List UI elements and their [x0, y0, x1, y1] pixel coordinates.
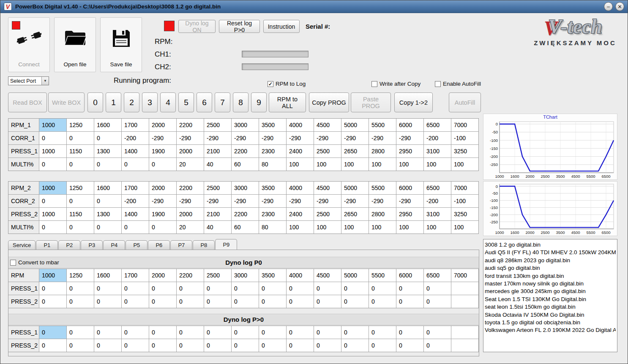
table-cell[interactable]: 40 — [204, 221, 231, 234]
file-list-item[interactable]: Seat Leon 1.5 TSI 130KM Go Digital.bin — [485, 296, 616, 303]
table-cell[interactable]: -290 — [204, 195, 231, 207]
table-cell[interactable]: 2100 — [204, 208, 231, 220]
table-cell[interactable]: 1250 — [67, 269, 94, 282]
table-cell[interactable]: 2200 — [177, 269, 204, 282]
table-cell[interactable]: 0 — [341, 282, 369, 295]
table-cell[interactable]: 2500 — [204, 269, 231, 282]
table-cell[interactable]: 6500 — [424, 182, 451, 194]
table-cell[interactable]: -290 — [314, 132, 341, 144]
table-cell[interactable]: 4000 — [287, 269, 314, 282]
table-cell[interactable]: 0 — [204, 282, 231, 295]
table-cell[interactable]: 0 — [149, 339, 176, 352]
table-cell[interactable]: 0 — [94, 158, 121, 171]
table-cell[interactable]: 0 — [149, 221, 176, 234]
save-file-button[interactable]: Save file — [100, 17, 142, 72]
table-cell[interactable]: 0 — [67, 339, 94, 352]
table-cell[interactable]: 0 — [39, 195, 66, 207]
table-cell[interactable]: 0 — [369, 326, 396, 339]
file-list-item[interactable]: mercedes gle 300d 245km go digital.bin — [485, 288, 616, 295]
table-cell[interactable]: 0 — [94, 221, 121, 234]
table-cell[interactable]: -290 — [259, 195, 286, 207]
table-cell[interactable]: 0 — [122, 339, 149, 352]
file-list-item[interactable]: Skoda Octavia IV 150KM Go Digital.bin — [485, 311, 616, 319]
table-cell[interactable]: 3000 — [232, 182, 259, 194]
table-cell[interactable]: 0 — [94, 339, 121, 352]
table-cell[interactable]: 2800 — [369, 145, 396, 158]
table-cell[interactable]: 100 — [287, 221, 314, 234]
table-cell[interactable]: 0 — [177, 326, 204, 339]
table-cell[interactable]: 6500 — [424, 269, 451, 282]
table-cell[interactable]: 0 — [396, 282, 423, 295]
table-cell[interactable]: 100 — [424, 158, 451, 171]
table-cell[interactable]: 1300 — [94, 145, 121, 158]
digit-button-7[interactable]: 7 — [215, 92, 230, 112]
copy-prog-button[interactable]: Copy PROG — [309, 92, 349, 112]
table-cell[interactable]: 1400 — [122, 208, 149, 220]
table-cell[interactable]: 0 — [177, 282, 204, 295]
table-cell[interactable]: -290 — [259, 132, 286, 144]
table-cell[interactable]: 0 — [259, 282, 286, 295]
table-cell[interactable]: 0 — [149, 158, 176, 171]
table-cell[interactable]: -290 — [396, 132, 423, 144]
table-cell[interactable]: 0 — [232, 326, 259, 339]
open-file-button[interactable]: Open file — [54, 17, 96, 72]
table-cell[interactable]: 0 — [396, 339, 423, 352]
table-cell[interactable]: 0 — [287, 339, 314, 352]
rpm-to-all-button[interactable]: RPM to ALL — [269, 92, 306, 112]
table-cell[interactable]: 0 — [39, 221, 66, 234]
table-cell[interactable]: 1150 — [67, 145, 94, 158]
table-cell[interactable]: -290 — [341, 132, 369, 144]
table-cell[interactable]: 2000 — [149, 269, 176, 282]
table-cell[interactable] — [451, 326, 478, 339]
table-cell[interactable]: 1700 — [122, 119, 149, 131]
file-list-item[interactable]: audi q8 286km 2023 go digital.bin — [485, 257, 616, 264]
table-cell[interactable]: 1600 — [94, 119, 121, 131]
table-cell[interactable]: -290 — [396, 195, 423, 207]
digit-button-6[interactable]: 6 — [197, 92, 212, 112]
chevron-down-icon[interactable]: ▼ — [41, 77, 49, 85]
table-cell[interactable]: 0 — [314, 295, 341, 308]
table-cell[interactable]: 0 — [149, 295, 176, 308]
table-cell[interactable]: 0 — [39, 158, 66, 171]
table-cell[interactable]: 1400 — [122, 145, 149, 158]
table-cell[interactable]: 3500 — [259, 269, 286, 282]
table-cell[interactable]: 2200 — [177, 182, 204, 194]
table-cell[interactable]: 0 — [341, 339, 369, 352]
table-cell[interactable]: 5500 — [369, 119, 396, 131]
table-cell[interactable]: 0 — [122, 221, 149, 234]
table-cell[interactable]: 1000 — [39, 208, 66, 220]
table-cell[interactable]: 0 — [94, 326, 121, 339]
table-cell[interactable]: -290 — [204, 132, 231, 144]
instruction-button[interactable]: Instruction — [263, 20, 300, 33]
table-cell[interactable]: 2950 — [396, 208, 423, 220]
table-cell[interactable]: 0 — [149, 282, 176, 295]
tab-p7[interactable]: P7 — [170, 240, 192, 250]
table-cell[interactable]: 0 — [369, 339, 396, 352]
table-cell[interactable]: 1250 — [67, 119, 94, 131]
table-cell[interactable]: -290 — [314, 195, 341, 207]
table-cell[interactable]: 1900 — [149, 145, 176, 158]
table-cell[interactable]: 0 — [232, 282, 259, 295]
table-cell[interactable]: 1150 — [67, 208, 94, 220]
table-cell[interactable]: -200 — [424, 195, 451, 207]
table-cell[interactable]: 0 — [39, 282, 66, 295]
table-cell[interactable]: 3100 — [424, 208, 451, 220]
table-cell[interactable]: 2300 — [259, 208, 286, 220]
table-cell[interactable]: 100 — [451, 158, 478, 171]
write-after-copy-checkbox[interactable]: Write after Copy — [371, 81, 420, 87]
table-cell[interactable]: 0 — [369, 295, 396, 308]
table-cell[interactable]: 2000 — [177, 208, 204, 220]
tab-p2[interactable]: P2 — [58, 240, 80, 250]
table-cell[interactable]: -290 — [177, 195, 204, 207]
table-cell[interactable]: -290 — [369, 195, 396, 207]
table-cell[interactable]: 4500 — [314, 269, 341, 282]
table-cell[interactable]: 100 — [314, 158, 341, 171]
table-cell[interactable]: 0 — [232, 295, 259, 308]
table-cell[interactable]: -290 — [341, 195, 369, 207]
table-cell[interactable]: 5000 — [341, 269, 369, 282]
table-cell[interactable]: 100 — [314, 221, 341, 234]
table-cell[interactable]: 2500 — [314, 208, 341, 220]
digit-button-5[interactable]: 5 — [178, 92, 194, 112]
rpm-to-log-checkbox[interactable]: ✓ RPM to Log — [268, 81, 306, 87]
tab-p5[interactable]: P5 — [126, 240, 147, 250]
